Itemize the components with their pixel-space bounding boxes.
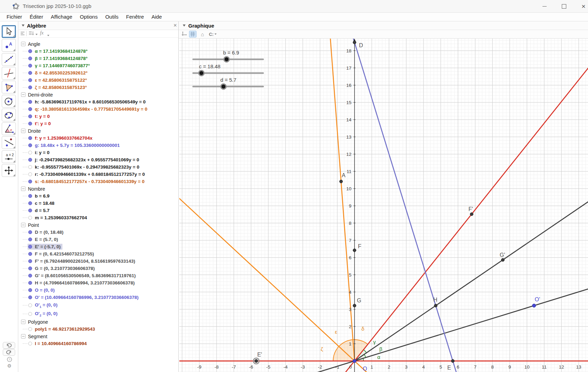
undo-button[interactable]: [3, 342, 15, 349]
algebra-item[interactable]: γ = 17.144697746073877°: [19, 62, 178, 69]
collapse-section-icon[interactable]: [21, 129, 26, 133]
visibility-marble-off[interactable]: [28, 342, 32, 345]
visibility-marble-on[interactable]: [28, 143, 32, 147]
collapse-section-icon[interactable]: [21, 223, 26, 227]
visibility-marble-on[interactable]: [28, 230, 32, 234]
visibility-marble-on[interactable]: [28, 238, 32, 241]
visibility-marble-off[interactable]: [28, 303, 32, 307]
help-icon[interactable]: ?: [6, 357, 12, 363]
algebra-item[interactable]: O'1 = (0, 0): [19, 301, 178, 310]
tool-line[interactable]: [2, 53, 16, 66]
panel-divider[interactable]: [178, 21, 179, 372]
visibility-marble-off[interactable]: [28, 151, 32, 154]
close-button[interactable]: ✕: [577, 2, 588, 10]
algebra-item[interactable]: β = 17.14193684124878°: [19, 55, 178, 62]
algebra-item[interactable]: j: -0.294739825682323x + 0.9555775401069…: [19, 156, 178, 163]
algebra-item[interactable]: r: -0.733040946601339x + 0.6801845121772…: [19, 171, 178, 178]
point-capture-button[interactable]: C:: [207, 31, 219, 38]
slider-knob-b[interactable]: [224, 57, 229, 62]
visibility-marble-off[interactable]: [28, 216, 32, 220]
algebra-item[interactable]: q: -10.380581613364598x - 0.777581705449…: [19, 105, 178, 113]
algebra-item[interactable]: E' = (-5.7, 0): [19, 243, 178, 250]
tool-dropdown-icon[interactable]: [13, 77, 15, 79]
tool-dropdown-icon[interactable]: [13, 174, 15, 176]
point-A[interactable]: [340, 180, 343, 183]
algebra-item[interactable]: ζ = 42.85806315875123°: [19, 84, 178, 91]
algebra-item[interactable]: G = (0, 3.210773036606378): [19, 265, 178, 272]
visibility-marble-on[interactable]: [28, 86, 32, 89]
menu-fenetre[interactable]: Fenêtre: [122, 13, 148, 21]
visibility-marble-on[interactable]: [28, 136, 32, 140]
algebra-item[interactable]: d = 5.7: [19, 207, 178, 214]
algebra-item[interactable]: t': y = 0: [19, 120, 178, 127]
collapse-section-icon[interactable]: [21, 320, 26, 324]
algebra-item[interactable]: G' = (8.601056530506549, 5.8636963171197…: [19, 272, 178, 279]
home-view-button[interactable]: ⌂: [199, 31, 206, 38]
algebra-item[interactable]: D = (0, 18.48): [19, 229, 178, 236]
visibility-marble-on[interactable]: [28, 64, 32, 68]
collapse-section-icon[interactable]: [21, 92, 26, 97]
menu-aide[interactable]: Aide: [148, 13, 166, 21]
collapse-section-icon[interactable]: [21, 42, 26, 46]
point-G-prime[interactable]: [501, 258, 505, 261]
tool-ellipse[interactable]: [2, 109, 16, 121]
tool-slider[interactable]: a = 2: [2, 150, 16, 163]
tool-point[interactable]: A: [2, 39, 16, 52]
collapse-section-icon[interactable]: [21, 334, 26, 339]
algebra-item[interactable]: s: -0.680184512177257x - 0.7330409466013…: [19, 178, 178, 185]
tool-dropdown-icon[interactable]: [13, 91, 15, 93]
menu-outils[interactable]: Outils: [101, 13, 122, 21]
visibility-marble-off[interactable]: [28, 312, 32, 316]
function-input-icon[interactable]: fx: [40, 30, 43, 36]
visibility-marble-on[interactable]: [28, 245, 32, 249]
visibility-marble-on[interactable]: [28, 100, 32, 104]
algebra-item[interactable]: F' = (6.792448900226104, 8.5166195976331…: [19, 258, 178, 265]
algebra-item[interactable]: O = (0, 0): [19, 286, 178, 294]
tool-perpendicular[interactable]: [2, 67, 16, 80]
minimize-button[interactable]: [538, 2, 551, 10]
tool-dropdown-icon[interactable]: [13, 105, 15, 107]
tool-dropdown-icon[interactable]: [13, 132, 15, 134]
visibility-marble-on[interactable]: [28, 107, 32, 111]
redo-button[interactable]: [3, 349, 15, 356]
visibility-marble-on[interactable]: [28, 295, 32, 299]
visibility-marble-on[interactable]: [28, 57, 32, 60]
algebra-item[interactable]: ε = 42.85806315875122°: [19, 77, 178, 84]
collapse-panel-icon[interactable]: [22, 24, 24, 27]
algebra-item[interactable]: O'2 = (0, 0): [19, 310, 178, 318]
visibility-marble-on[interactable]: [28, 114, 32, 118]
maximize-button[interactable]: [557, 2, 571, 10]
collapse-panel-icon[interactable]: [183, 24, 186, 27]
menu-affichage[interactable]: Affichage: [47, 13, 76, 21]
visibility-marble-on[interactable]: [28, 209, 32, 212]
tool-dropdown-icon[interactable]: [13, 49, 15, 51]
visibility-marble-on[interactable]: [28, 201, 32, 205]
algebra-item[interactable]: b = 6.9: [19, 192, 178, 200]
settings-gear-icon[interactable]: ⚙: [6, 363, 12, 369]
algebra-item[interactable]: H = (4.709664160786994, 3.21077303660637…: [19, 279, 178, 286]
tool-angle[interactable]: α: [2, 122, 16, 135]
algebra-item[interactable]: F = (0, 6.421546073212755): [19, 250, 178, 258]
algebra-item[interactable]: k: -0.9555775401069x - 0.294739825682323…: [19, 163, 178, 171]
visibility-marble-on[interactable]: [28, 259, 32, 263]
visibility-marble-on[interactable]: [28, 194, 32, 198]
tool-move[interactable]: [2, 25, 16, 38]
sort-objects-icon[interactable]: [29, 31, 38, 37]
point-F[interactable]: [353, 249, 356, 252]
point-G[interactable]: [353, 304, 356, 307]
point-O[interactable]: [353, 359, 356, 363]
slider-knob-c[interactable]: [199, 71, 204, 76]
tool-dropdown-icon[interactable]: [13, 63, 15, 65]
tool-dropdown-icon[interactable]: [13, 35, 15, 37]
point-E[interactable]: [451, 360, 455, 363]
algebra-item[interactable]: t: y = 0: [19, 113, 178, 120]
tool-dropdown-icon[interactable]: [13, 160, 15, 162]
algebra-item[interactable]: g: 18.48x + 5.7y = 105.33600000000001: [19, 142, 178, 149]
graphics-view[interactable]: 123456789101112131415161718-9-8-7-6-5-4-…: [179, 39, 588, 372]
algebra-item[interactable]: poly1 = 46.92173612929543: [19, 325, 178, 333]
algebra-item[interactable]: h: -5.863696317119761x + 8.6010565305065…: [19, 98, 178, 105]
visibility-marble-on[interactable]: [28, 267, 32, 270]
algebra-item[interactable]: i: y = 0: [19, 149, 178, 156]
tool-circle[interactable]: [2, 95, 16, 108]
algebra-item[interactable]: f: y = 1.253960337662704x: [19, 134, 178, 142]
